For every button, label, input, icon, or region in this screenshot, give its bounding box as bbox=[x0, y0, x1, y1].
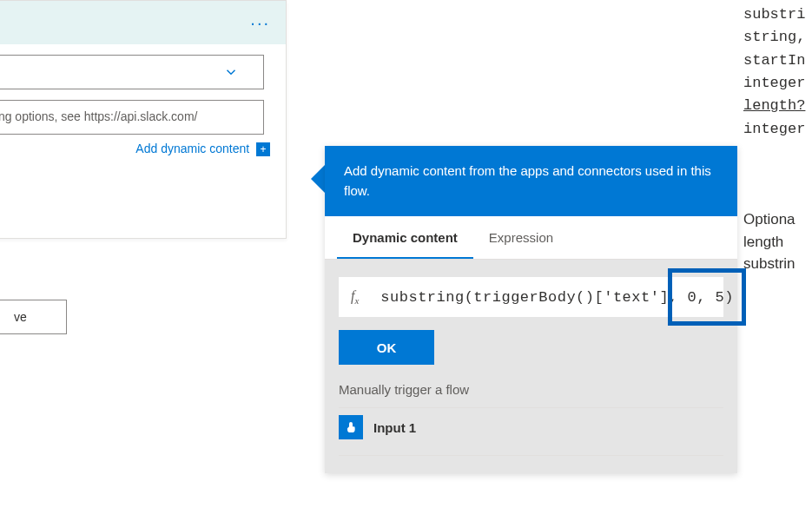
dynamic-item-input1[interactable]: Input 1 bbox=[339, 407, 723, 446]
dropdown-field[interactable] bbox=[0, 55, 264, 89]
expression-text: substring(triggerBody()['text'], 0, 5) bbox=[372, 289, 743, 306]
panel-pointer bbox=[311, 165, 325, 193]
save-button[interactable]: ve bbox=[0, 300, 67, 334]
tooltip-signature: substri string, startIn integer length? … bbox=[743, 3, 805, 141]
plus-icon[interactable]: + bbox=[256, 142, 270, 156]
fx-icon: fx bbox=[339, 288, 372, 306]
text-field-placeholder: tting options, see https://api.slack.com… bbox=[0, 101, 263, 132]
text-field[interactable]: tting options, see https://api.slack.com… bbox=[0, 100, 264, 135]
card-header: ··· bbox=[0, 1, 286, 44]
add-dynamic-content-link[interactable]: Add dynamic content bbox=[135, 142, 249, 155]
chevron-down-icon bbox=[223, 64, 239, 84]
more-icon[interactable]: ··· bbox=[250, 13, 270, 33]
add-dynamic-row: Add dynamic content + bbox=[0, 135, 286, 156]
panel-header: Add dynamic content from the apps and co… bbox=[325, 146, 737, 216]
action-card: ··· tting options, see https://api.slack… bbox=[0, 0, 287, 239]
touch-icon bbox=[339, 415, 363, 439]
trigger-section-label: Manually trigger a flow bbox=[339, 365, 723, 407]
expression-area: fx substring(triggerBody()['text'], 0, 5… bbox=[325, 260, 737, 473]
ok-button[interactable]: OK bbox=[339, 330, 434, 365]
dynamic-item-label: Input 1 bbox=[373, 420, 416, 435]
tooltip-description: Optiona length substrin bbox=[743, 208, 795, 275]
dynamic-content-panel: Add dynamic content from the apps and co… bbox=[325, 146, 737, 473]
tabs: Dynamic content Expression bbox=[325, 216, 737, 260]
divider bbox=[339, 455, 723, 456]
expression-input[interactable]: fx substring(triggerBody()['text'], 0, 5… bbox=[339, 277, 723, 317]
tab-dynamic-content[interactable]: Dynamic content bbox=[337, 216, 473, 259]
tab-expression[interactable]: Expression bbox=[473, 216, 569, 259]
